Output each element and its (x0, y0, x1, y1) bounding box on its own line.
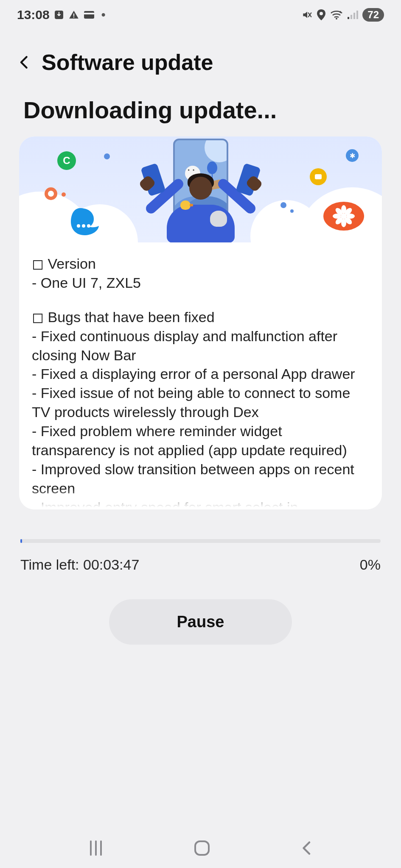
status-left: 13:08 • (17, 8, 106, 22)
folder-app-icon (310, 168, 327, 185)
pause-button[interactable]: Pause (109, 599, 292, 645)
svg-rect-4 (84, 13, 94, 14)
progress-fill (20, 539, 22, 543)
page-title: Software update (42, 50, 213, 75)
svg-rect-2 (73, 17, 74, 17)
svg-rect-1 (73, 14, 74, 17)
svg-rect-3 (84, 11, 94, 19)
nav-back[interactable] (299, 840, 314, 857)
version-value: One UI 7, ZXL5 (32, 273, 369, 292)
settings-app-icon: ✱ (346, 149, 359, 162)
system-navbar (0, 839, 401, 857)
phone-app-icon: C (57, 151, 76, 170)
svg-rect-30 (195, 841, 209, 855)
svg-point-16 (87, 224, 90, 228)
back-button[interactable] (17, 53, 31, 72)
location-icon (317, 9, 326, 20)
svg-point-14 (77, 224, 80, 228)
bugs-heading: Bugs that have been fixed (32, 308, 369, 327)
chat-app-icon (70, 206, 104, 236)
svg-rect-11 (351, 15, 352, 19)
nav-home[interactable] (193, 839, 211, 857)
signal-icon (347, 10, 358, 19)
download-icon (54, 10, 64, 20)
svg-point-7 (320, 12, 323, 15)
svg-point-15 (82, 224, 85, 228)
status-time: 13:08 (17, 8, 50, 22)
mute-icon (301, 9, 312, 20)
bug-item: Fixed issue of not being able to connect… (32, 384, 369, 422)
svg-rect-13 (356, 11, 358, 19)
svg-rect-12 (353, 13, 355, 19)
downloading-title: Downloading update... (0, 79, 401, 132)
time-left: Time left: 00:03:47 (20, 556, 139, 573)
bug-item: Fixed problem where reminder widget tran… (32, 422, 369, 460)
bug-item: Fixed continuous display and malfunction… (32, 327, 369, 365)
status-bar: 13:08 • 6 72 (0, 0, 401, 26)
changelog[interactable]: Version One UI 7, ZXL5 Bugs that have be… (19, 242, 382, 509)
download-progress: Time left: 00:03:47 0% (20, 539, 381, 573)
gallery-app-icon (322, 200, 365, 232)
svg-rect-10 (348, 17, 349, 19)
progress-percent: 0% (360, 556, 381, 573)
svg-point-8 (336, 18, 337, 19)
version-heading: Version (32, 254, 369, 273)
update-illustration: C ✱ (19, 136, 382, 242)
status-more-dot: • (101, 8, 106, 22)
battery-indicator: 72 (362, 8, 384, 22)
progress-bar (20, 539, 381, 543)
page-header: Software update (0, 26, 401, 79)
bug-item: Fixed a displaying error of a personal A… (32, 364, 369, 384)
person-app-icon (45, 187, 57, 200)
wifi-icon: 6 (330, 10, 343, 20)
nav-recents[interactable] (87, 840, 105, 857)
warning-icon (68, 9, 79, 20)
svg-text:6: 6 (339, 10, 342, 14)
status-right: 6 72 (301, 8, 384, 22)
update-card: C ✱ (19, 136, 382, 509)
card-icon (84, 11, 95, 19)
